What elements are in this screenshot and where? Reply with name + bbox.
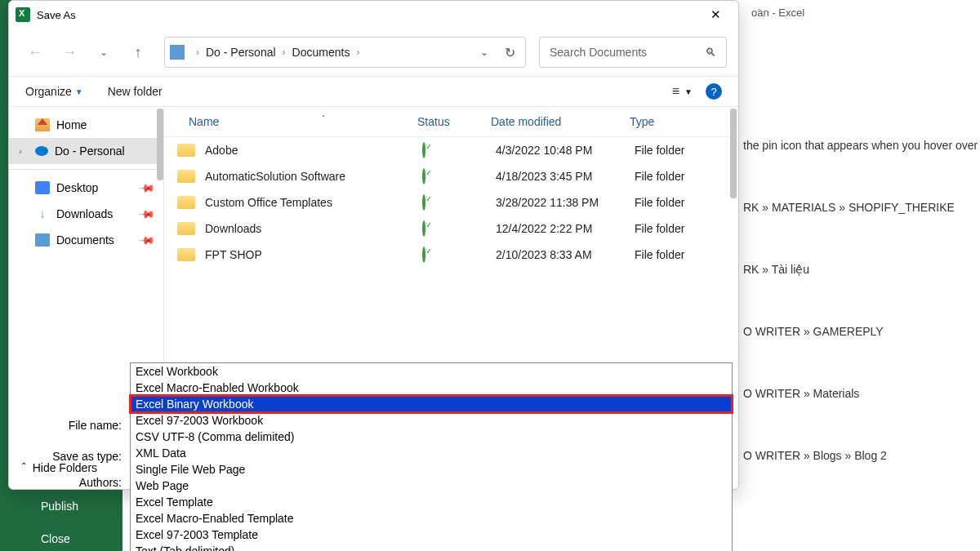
forward-button[interactable]: →	[55, 38, 84, 67]
bg-path: O WRITER » GAMEREPLY	[743, 325, 980, 338]
help-button[interactable]: ?	[706, 83, 722, 100]
authors-label: Authors:	[24, 476, 130, 489]
addr-dropdown-icon[interactable]: ⌄	[480, 47, 488, 58]
type-option[interactable]: Excel 97-2003 Workbook	[131, 412, 732, 429]
dialog-title: Save As	[37, 9, 699, 21]
column-header-type[interactable]: Type	[630, 115, 711, 128]
file-type: File folder	[635, 196, 716, 209]
onedrive-icon	[35, 146, 48, 156]
chevron-up-icon: ˆ	[22, 461, 26, 474]
file-list-scrollbar[interactable]	[730, 109, 737, 198]
bg-path: O WRITER » Materials	[743, 387, 980, 400]
organize-button[interactable]: Organize ▼	[25, 85, 83, 98]
crumb-do-personal[interactable]: Do - Personal	[203, 46, 279, 59]
chevron-right-icon: ›	[279, 47, 289, 58]
sidebar-item-label: Do - Personal	[55, 144, 125, 158]
sidebar-item-label: Documents	[56, 233, 114, 247]
column-header-status[interactable]: Status	[417, 115, 491, 128]
file-row[interactable]: Adobe 4/3/2022 10:48 PM File folder	[164, 137, 738, 163]
chevron-right-icon: ›	[193, 47, 203, 58]
folder-icon	[177, 222, 195, 235]
bg-hover-text: the pin icon that appears when you hover…	[743, 139, 980, 152]
sync-ok-icon	[422, 168, 425, 184]
type-option[interactable]: Web Page	[131, 478, 732, 494]
bg-recent-paths: the pin icon that appears when you hover…	[743, 139, 980, 511]
file-row[interactable]: Downloads 12/4/2022 2:22 PM File folder	[164, 216, 738, 242]
type-option[interactable]: XML Data	[131, 445, 732, 461]
sort-up-icon: ˆ	[322, 115, 324, 128]
back-button[interactable]: ←	[20, 38, 50, 67]
file-name: AutomaticSolution Software	[205, 170, 422, 183]
type-option[interactable]: Single File Web Page	[131, 461, 732, 478]
search-input[interactable]: Search Documents 🔍︎	[539, 37, 727, 68]
recent-dropdown[interactable]: ⌄	[89, 38, 118, 67]
folder-icon	[177, 170, 195, 183]
file-date: 4/3/2022 10:48 PM	[496, 144, 635, 157]
file-name: Downloads	[205, 222, 422, 235]
location-icon	[170, 45, 185, 60]
bg-close-item[interactable]: Close	[41, 532, 70, 545]
file-type: File folder	[635, 144, 716, 157]
type-option[interactable]: Excel Template	[131, 494, 732, 510]
type-option[interactable]: Excel Workbook	[131, 363, 732, 380]
view-mode-button[interactable]: ≡ ▼	[672, 84, 693, 99]
folder-icon	[177, 144, 195, 157]
file-list: Name ˆ Status Date modified Type Adobe 4…	[164, 107, 738, 406]
sidebar-item-do-personal[interactable]: › Do - Personal	[9, 138, 163, 164]
bg-publish-item[interactable]: Publish	[41, 500, 78, 513]
chevron-right-icon[interactable]: ›	[19, 146, 29, 156]
refresh-button[interactable]: ↻	[505, 45, 515, 60]
pin-icon[interactable]: 📌	[138, 179, 156, 197]
bg-path: O WRITER » Blogs » Blog 2	[743, 449, 980, 462]
chevron-down-icon: ▼	[75, 87, 83, 96]
file-type: File folder	[635, 222, 716, 235]
sync-ok-icon	[422, 220, 425, 237]
chevron-right-icon: ›	[353, 47, 363, 58]
save-as-type-dropdown: Excel WorkbookExcel Macro-Enabled Workbo…	[130, 362, 733, 551]
dialog-toolbar: Organize ▼ New folder ≡ ▼ ?	[9, 76, 738, 107]
documents-icon	[35, 233, 50, 247]
column-header-date[interactable]: Date modified	[491, 115, 630, 128]
file-row[interactable]: AutomaticSolution Software 4/18/2023 3:4…	[164, 163, 738, 189]
address-bar[interactable]: › Do - Personal › Documents › ⌄ ↻	[164, 37, 526, 68]
column-header-name[interactable]: Name ˆ	[189, 115, 417, 128]
type-option[interactable]: Excel Binary Workbook	[131, 396, 732, 412]
home-icon	[35, 118, 50, 131]
type-option[interactable]: Excel 97-2003 Template	[131, 527, 732, 543]
bg-path: RK » MATERIALS » SHOPIFY_THERIKE	[743, 201, 980, 214]
dialog-body: Home › Do - Personal Desktop 📌 ↓ Downloa…	[9, 107, 738, 406]
type-option[interactable]: CSV UTF-8 (Comma delimited)	[131, 429, 732, 445]
sidebar-item-documents[interactable]: Documents 📌	[9, 227, 163, 253]
bg-title: oàn - Excel	[751, 7, 804, 19]
sidebar: Home › Do - Personal Desktop 📌 ↓ Downloa…	[9, 107, 164, 406]
file-name: Adobe	[205, 144, 422, 157]
sidebar-item-desktop[interactable]: Desktop 📌	[9, 175, 163, 201]
sync-ok-icon	[422, 247, 425, 263]
dialog-titlebar: Save As ✕	[9, 1, 738, 29]
sidebar-item-label: Desktop	[56, 181, 98, 194]
list-header: Name ˆ Status Date modified Type	[164, 107, 738, 137]
column-label: Name	[189, 115, 219, 128]
hide-folders-label: Hide Folders	[33, 461, 97, 474]
crumb-documents[interactable]: Documents	[289, 46, 354, 59]
type-option[interactable]: Excel Macro-Enabled Template	[131, 510, 732, 527]
close-button[interactable]: ✕	[699, 2, 732, 27]
type-option[interactable]: Text (Tab delimited)	[131, 543, 732, 551]
new-folder-button[interactable]: New folder	[108, 85, 163, 98]
sidebar-item-home[interactable]: Home	[9, 112, 163, 138]
desktop-icon	[35, 181, 50, 194]
download-icon: ↓	[35, 207, 50, 220]
pin-icon[interactable]: 📌	[138, 231, 156, 249]
hide-folders-button[interactable]: ˆ Hide Folders	[22, 461, 97, 474]
sidebar-item-downloads[interactable]: ↓ Downloads 📌	[9, 201, 163, 227]
up-button[interactable]: ↑	[123, 38, 153, 67]
file-date: 3/28/2022 11:38 PM	[496, 196, 635, 209]
sidebar-item-label: Home	[56, 118, 87, 131]
pin-icon[interactable]: 📌	[138, 205, 156, 223]
folder-icon	[177, 196, 195, 209]
file-row[interactable]: Custom Office Templates 3/28/2022 11:38 …	[164, 189, 738, 216]
file-name: Custom Office Templates	[205, 196, 422, 209]
type-option[interactable]: Excel Macro-Enabled Workbook	[131, 380, 732, 396]
sidebar-scrollbar[interactable]	[157, 109, 163, 180]
file-row[interactable]: FPT SHOP 2/10/2023 8:33 AM File folder	[164, 242, 738, 268]
